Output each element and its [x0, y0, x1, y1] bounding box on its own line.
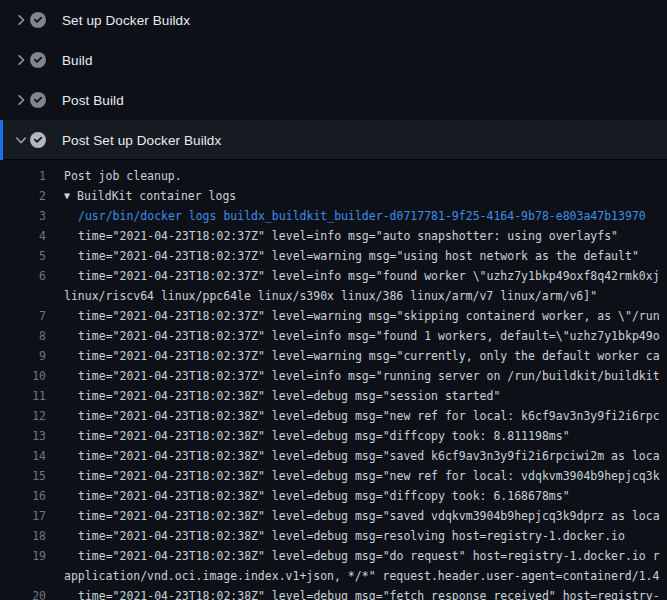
log-text: /usr/bin/docker logs buildx_buildkit_bui… [78, 206, 646, 226]
log-line[interactable]: 1 Post job cleanup. [0, 166, 667, 186]
log-line-number[interactable]: 10 [0, 366, 46, 386]
log-text: time="2021-04-23T18:02:38Z" level=debug … [78, 386, 500, 406]
log-text: time="2021-04-23T18:02:38Z" level=debug … [78, 406, 660, 426]
check-circle-icon [30, 132, 46, 148]
log-line-number[interactable]: 13 [0, 426, 46, 446]
chevron-right-icon [13, 52, 29, 68]
log-line-number[interactable]: 5 [0, 246, 46, 266]
log-line-number[interactable]: 2 [0, 186, 46, 206]
log-text: time="2021-04-23T18:02:38Z" level=debug … [78, 586, 660, 600]
check-circle-icon [30, 92, 46, 108]
log-line-number[interactable]: 18 [0, 526, 46, 546]
steps-list: Set up Docker Buildx Build Post Build [0, 0, 667, 160]
log-line[interactable]: 7 time="2021-04-23T18:02:37Z" level=warn… [0, 306, 667, 326]
log-line[interactable]: 5 time="2021-04-23T18:02:37Z" level=warn… [0, 246, 667, 266]
log-line-number[interactable]: 7 [0, 306, 46, 326]
log-line-number[interactable]: 16 [0, 486, 46, 506]
log-line-number[interactable]: 15 [0, 466, 46, 486]
log-text: time="2021-04-23T18:02:38Z" level=debug … [78, 446, 660, 466]
log-text: time="2021-04-23T18:02:38Z" level=debug … [78, 526, 625, 546]
log-line-number[interactable]: 17 [0, 506, 46, 526]
log-line[interactable]: 17 time="2021-04-23T18:02:38Z" level=deb… [0, 506, 667, 526]
group-toggle-icon[interactable]: ▼ [64, 186, 70, 206]
log-text: time="2021-04-23T18:02:37Z" level=warnin… [78, 306, 660, 326]
chevron-down-icon [13, 132, 29, 148]
log-text: time="2021-04-23T18:02:37Z" level=warnin… [78, 246, 639, 266]
log-text: time="2021-04-23T18:02:37Z" level=info m… [78, 326, 660, 346]
log-text: BuildKit container logs [77, 186, 236, 206]
step-label: Post Build [62, 93, 124, 108]
log-text: time="2021-04-23T18:02:37Z" level=info m… [78, 226, 618, 246]
log-text: time="2021-04-23T18:02:38Z" level=debug … [78, 466, 660, 486]
log-line-number[interactable] [0, 286, 46, 306]
step-label: Post Set up Docker Buildx [62, 133, 221, 148]
check-circle-icon [30, 52, 46, 68]
log-line[interactable]: 3 /usr/bin/docker logs buildx_buildkit_b… [0, 206, 667, 226]
log-line-number[interactable]: 19 [0, 546, 46, 566]
log-line-number[interactable]: 3 [0, 206, 46, 226]
log-line[interactable]: 4 time="2021-04-23T18:02:37Z" level=info… [0, 226, 667, 246]
log-line[interactable]: 12 time="2021-04-23T18:02:38Z" level=deb… [0, 406, 667, 426]
log-line[interactable]: 8 time="2021-04-23T18:02:37Z" level=info… [0, 326, 667, 346]
log-line[interactable]: linux/riscv64 linux/ppc64le linux/s390x … [0, 286, 667, 306]
log-line[interactable]: 20 time="2021-04-23T18:02:38Z" level=deb… [0, 586, 667, 600]
log-text: application/vnd.oci.image.index.v1+json,… [64, 566, 659, 586]
log-line[interactable]: 2 ▼BuildKit container logs [0, 186, 667, 206]
step-row[interactable]: Build [0, 40, 667, 80]
log-line[interactable]: 19 time="2021-04-23T18:02:38Z" level=deb… [0, 546, 667, 566]
log-line[interactable]: 6 time="2021-04-23T18:02:37Z" level=info… [0, 266, 667, 286]
log-text: Post job cleanup. [64, 166, 182, 186]
job-steps-log: Set up Docker Buildx Build Post Build [0, 0, 667, 600]
log-line-number[interactable]: 1 [0, 166, 46, 186]
log-line[interactable]: 10 time="2021-04-23T18:02:37Z" level=inf… [0, 366, 667, 386]
log-text: linux/riscv64 linux/ppc64le linux/s390x … [64, 286, 597, 306]
log-text: time="2021-04-23T18:02:37Z" level=info m… [78, 266, 660, 286]
log-line[interactable]: application/vnd.oci.image.index.v1+json,… [0, 566, 667, 586]
log-text: time="2021-04-23T18:02:37Z" level=info m… [78, 366, 660, 386]
log-line-number[interactable]: 14 [0, 446, 46, 466]
log-line[interactable]: 13 time="2021-04-23T18:02:38Z" level=deb… [0, 426, 667, 446]
step-row[interactable]: Post Build [0, 80, 667, 120]
chevron-right-icon [13, 12, 29, 28]
step-label: Set up Docker Buildx [62, 13, 190, 28]
log-line[interactable]: 15 time="2021-04-23T18:02:38Z" level=deb… [0, 466, 667, 486]
log-line-number[interactable] [0, 566, 46, 586]
log-line-number[interactable]: 11 [0, 386, 46, 406]
log-line-number[interactable]: 4 [0, 226, 46, 246]
log-text: time="2021-04-23T18:02:38Z" level=debug … [78, 546, 660, 566]
chevron-right-icon [13, 92, 29, 108]
log-line-number[interactable]: 6 [0, 266, 46, 286]
log-text: time="2021-04-23T18:02:38Z" level=debug … [78, 426, 570, 446]
log-line[interactable]: 11 time="2021-04-23T18:02:38Z" level=deb… [0, 386, 667, 406]
log-line[interactable]: 14 time="2021-04-23T18:02:38Z" level=deb… [0, 446, 667, 466]
log-lines-container: 1 Post job cleanup. 2 ▼BuildKit containe… [0, 160, 667, 600]
log-text: time="2021-04-23T18:02:38Z" level=debug … [78, 486, 570, 506]
log-line-number[interactable]: 8 [0, 326, 46, 346]
step-label: Build [62, 53, 93, 68]
check-circle-icon [30, 12, 46, 28]
log-line[interactable]: 16 time="2021-04-23T18:02:38Z" level=deb… [0, 486, 667, 506]
log-text: time="2021-04-23T18:02:38Z" level=debug … [78, 506, 660, 526]
log-line[interactable]: 18 time="2021-04-23T18:02:38Z" level=deb… [0, 526, 667, 546]
step-row[interactable]: Post Set up Docker Buildx [0, 120, 667, 160]
step-row[interactable]: Set up Docker Buildx [0, 0, 667, 40]
log-line-number[interactable]: 20 [0, 586, 46, 600]
log-line-number[interactable]: 12 [0, 406, 46, 426]
log-line-number[interactable]: 9 [0, 346, 46, 366]
log-line[interactable]: 9 time="2021-04-23T18:02:37Z" level=warn… [0, 346, 667, 366]
log-text: time="2021-04-23T18:02:37Z" level=warnin… [78, 346, 660, 366]
